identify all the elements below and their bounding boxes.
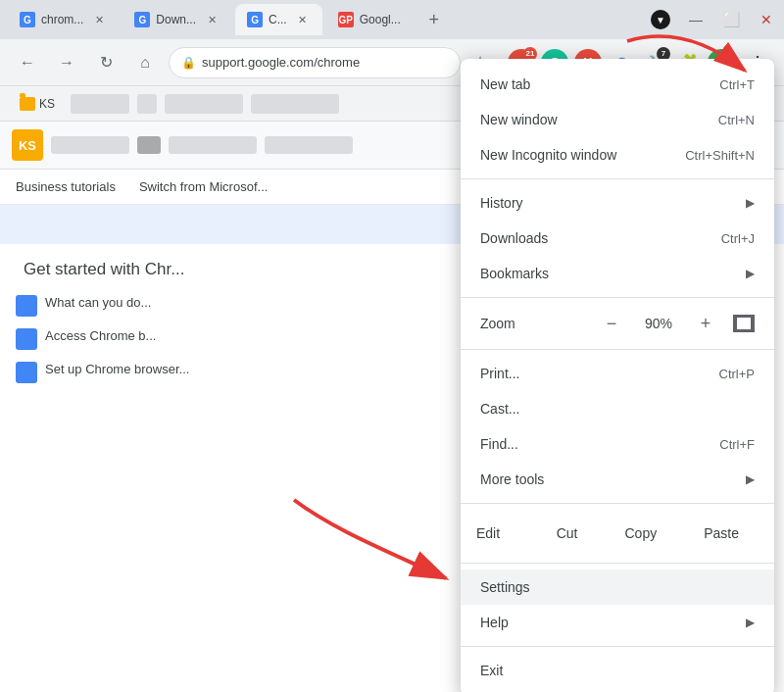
menu-divider-4 — [461, 503, 774, 504]
menu-downloads-shortcut: Ctrl+J — [721, 231, 755, 246]
tab1-close[interactable]: ✕ — [91, 12, 107, 27]
menu-cast-label: Cast... — [480, 401, 519, 417]
menu-find-label: Find... — [480, 436, 518, 452]
menu-new-tab-label: New tab — [480, 76, 530, 92]
grey-bar-1 — [51, 136, 129, 154]
tab3-favicon: G — [247, 12, 263, 27]
menu-divider-3 — [461, 349, 774, 350]
paste-button[interactable]: Paste — [684, 518, 759, 549]
menu-new-tab[interactable]: New tab Ctrl+T — [461, 67, 774, 102]
forward-button[interactable]: → — [51, 47, 82, 78]
menu-help[interactable]: Help ▶ — [461, 605, 774, 640]
menu-bookmarks-arrow: ▶ — [746, 267, 755, 280]
menu-find[interactable]: Find... Ctrl+F — [461, 426, 774, 462]
menu-cast[interactable]: Cast... — [461, 391, 774, 426]
menu-help-label: Help — [480, 615, 509, 630]
bookmark-grey-4[interactable] — [251, 94, 339, 114]
menu-downloads-label: Downloads — [480, 230, 548, 246]
tab1-label: chrom... — [41, 13, 83, 26]
tab-chrom[interactable]: G chrom... ✕ — [8, 4, 119, 35]
menu-new-window[interactable]: New window Ctrl+N — [461, 102, 774, 137]
bookmark-grey-1[interactable] — [71, 94, 129, 114]
refresh-button[interactable]: ↻ — [90, 47, 122, 78]
tab4-favicon: GP — [338, 12, 354, 27]
edit-buttons: Cut Copy Paste — [537, 518, 759, 549]
bookmark-grey-3[interactable] — [165, 94, 243, 114]
subtitle-business: Business tutorials — [16, 179, 116, 194]
menu-divider-6 — [461, 646, 774, 647]
new-tab-button[interactable]: + — [420, 6, 448, 33]
list-text-2: Access Chrome b... — [45, 328, 156, 343]
zoom-fullscreen[interactable] — [733, 315, 755, 332]
tab4-label: Googl... — [360, 13, 401, 26]
menu-history-arrow: ▶ — [746, 196, 755, 210]
menu-more-tools-label: More tools — [480, 471, 544, 487]
menu-help-arrow: ▶ — [746, 616, 755, 629]
grey-bar-4 — [265, 136, 353, 154]
menu-incognito-label: New Incognito window — [480, 147, 616, 163]
tab-current[interactable]: G C... ✕ — [235, 4, 322, 35]
zoom-plus[interactable]: + — [694, 312, 717, 335]
menu-downloads[interactable]: Downloads Ctrl+J — [461, 221, 774, 256]
menu-print-shortcut: Ctrl+P — [719, 367, 755, 381]
menu-find-shortcut: Ctrl+F — [719, 437, 755, 452]
zoom-controls: − 90% + — [600, 312, 755, 335]
cut-button[interactable]: Cut — [537, 518, 598, 549]
menu-print-label: Print... — [480, 366, 519, 381]
tab3-label: C... — [269, 13, 287, 26]
list-text-3: Set up Chrome browser... — [45, 362, 189, 376]
menu-divider-5 — [461, 563, 774, 564]
subtitle-switch: Switch from Microsof... — [139, 179, 268, 194]
home-button[interactable]: ⌂ — [129, 47, 161, 78]
menu-settings[interactable]: Settings — [461, 569, 774, 605]
zoom-minus[interactable]: − — [600, 312, 623, 335]
zoom-value: 90% — [639, 316, 678, 331]
back-button[interactable]: ← — [12, 47, 43, 78]
bookmark-ks[interactable]: KS — [12, 93, 63, 115]
menu-bookmarks-label: Bookmarks — [480, 266, 549, 281]
bookmark-grey-2[interactable] — [137, 94, 157, 114]
list-icon-2 — [16, 328, 37, 350]
maximize-button[interactable]: ⬜ — [721, 10, 741, 29]
tab-downloads[interactable]: G Down... ✕ — [122, 4, 231, 35]
address-bar[interactable]: 🔒 support.google.com/chrome — [169, 47, 461, 78]
minimize-button[interactable]: — — [686, 10, 706, 29]
tab3-close[interactable]: ✕ — [295, 12, 311, 27]
list-text-1: What can you do... — [45, 295, 151, 310]
menu-exit-label: Exit — [480, 663, 503, 678]
title-bar: G chrom... ✕ G Down... ✕ G C... ✕ GP Goo… — [0, 0, 784, 39]
edit-label: Edit — [476, 525, 500, 541]
menu-zoom-row: Zoom − 90% + — [461, 304, 774, 343]
menu-settings-label: Settings — [480, 579, 530, 595]
context-menu: New tab Ctrl+T New window Ctrl+N New Inc… — [461, 59, 774, 692]
menu-more-tools[interactable]: More tools ▶ — [461, 462, 774, 497]
menu-bookmarks[interactable]: Bookmarks ▶ — [461, 256, 774, 291]
folder-icon — [20, 97, 35, 111]
ks-avatar: KS — [12, 129, 43, 161]
tab-gp[interactable]: GP Googl... — [326, 4, 413, 35]
grey-bar-2 — [137, 136, 161, 154]
grey-bar-3 — [169, 136, 257, 154]
tab2-close[interactable]: ✕ — [204, 12, 220, 27]
menu-divider-1 — [461, 178, 774, 179]
menu-edit-row: Edit Cut Copy Paste — [461, 510, 774, 557]
menu-incognito[interactable]: New Incognito window Ctrl+Shift+N — [461, 137, 774, 173]
pocket-button[interactable]: ▼ — [651, 10, 670, 29]
menu-new-tab-shortcut: Ctrl+T — [719, 77, 755, 92]
menu-more-tools-arrow: ▶ — [746, 472, 755, 486]
list-icon-3 — [16, 362, 37, 383]
tab2-favicon: G — [134, 12, 150, 27]
menu-print[interactable]: Print... Ctrl+P — [461, 356, 774, 391]
menu-exit[interactable]: Exit — [461, 653, 774, 688]
menu-history-label: History — [480, 195, 523, 211]
tab2-label: Down... — [156, 13, 196, 26]
bookmark-ks-label: KS — [39, 97, 55, 111]
window-controls: ▼ — ⬜ ✕ — [651, 10, 776, 29]
copy-button[interactable]: Copy — [606, 518, 677, 549]
close-button[interactable]: ✕ — [757, 10, 776, 29]
menu-incognito-shortcut: Ctrl+Shift+N — [685, 148, 755, 163]
menu-history[interactable]: History ▶ — [461, 185, 774, 221]
svg-rect-0 — [736, 317, 752, 330]
list-icon-1 — [16, 295, 37, 317]
tab1-favicon: G — [20, 12, 35, 27]
